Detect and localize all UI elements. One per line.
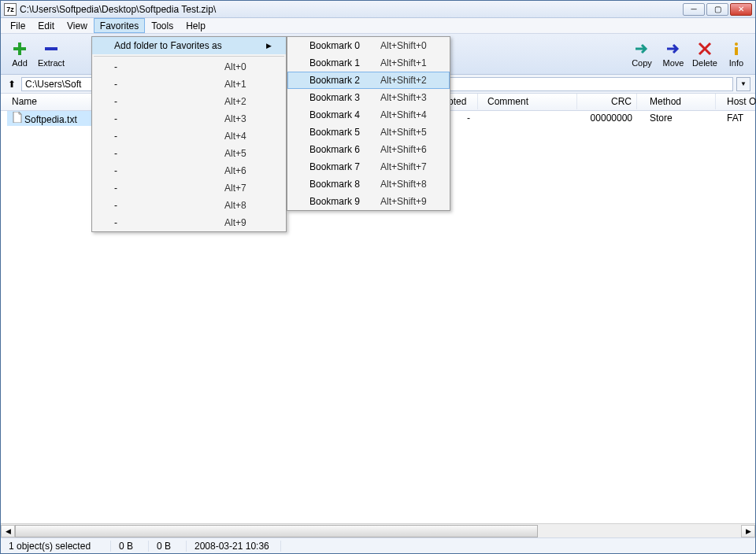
- svg-rect-1: [13, 47, 26, 50]
- info-button[interactable]: Info: [721, 36, 752, 72]
- menu-help[interactable]: Help: [180, 18, 212, 33]
- column-header[interactable]: Host O: [722, 94, 756, 109]
- window-title: C:\Users\Softpedia\Desktop\Softpedia Tes…: [20, 4, 683, 15]
- bookmark-item[interactable]: Bookmark 3Alt+Shift+3: [287, 89, 450, 106]
- copy-icon: [634, 41, 650, 57]
- favorite-slot[interactable]: -Alt+1: [92, 76, 286, 93]
- menu-edit[interactable]: Edit: [32, 18, 61, 33]
- app-icon: 7z: [4, 3, 17, 16]
- bookmark-item[interactable]: Bookmark 8Alt+Shift+8: [287, 175, 450, 193]
- column-header[interactable]: Name: [7, 94, 95, 109]
- statusbar: 1 object(s) selected 0 B 0 B 2008-03-21 …: [1, 537, 755, 553]
- maximize-button[interactable]: ▢: [706, 3, 728, 16]
- favorite-slot[interactable]: -Alt+3: [92, 110, 286, 127]
- address-dropdown-button[interactable]: ▼: [736, 77, 750, 91]
- submenu-arrow-icon: ▶: [266, 42, 272, 50]
- favorites-menu[interactable]: Add folder to Favorites as ▶ -Alt+0-Alt+…: [91, 36, 287, 232]
- bookmark-item[interactable]: Bookmark 4Alt+Shift+4: [287, 106, 450, 124]
- favorite-slot[interactable]: -Alt+8: [92, 197, 286, 214]
- svg-rect-4: [735, 47, 738, 55]
- add-icon: [12, 41, 28, 57]
- copy-button[interactable]: Copy: [626, 36, 658, 72]
- menu-separator: [94, 56, 284, 57]
- column-header[interactable]: CRC: [584, 94, 637, 109]
- delete-button[interactable]: Delete: [689, 36, 721, 72]
- column-header[interactable]: Comment: [483, 94, 577, 109]
- menu-favorites[interactable]: Favorites: [94, 18, 145, 33]
- bookmark-item[interactable]: Bookmark 7Alt+Shift+7: [287, 158, 450, 175]
- bookmark-item[interactable]: Bookmark 6Alt+Shift+6: [287, 141, 450, 158]
- add-button[interactable]: Add: [4, 36, 35, 72]
- status-size2: 0 B: [149, 541, 187, 552]
- delete-icon: [697, 41, 713, 57]
- bookmark-submenu[interactable]: Bookmark 0Alt+Shift+0Bookmark 1Alt+Shift…: [287, 36, 450, 211]
- menu-file[interactable]: File: [4, 18, 32, 33]
- svg-point-3: [735, 42, 738, 46]
- status-selected: 1 object(s) selected: [1, 541, 111, 552]
- favorite-slot[interactable]: -Alt+2: [92, 93, 286, 110]
- scroll-right-button[interactable]: ▶: [741, 525, 755, 537]
- minimize-button[interactable]: ─: [683, 3, 705, 16]
- favorite-slot[interactable]: -Alt+5: [92, 145, 286, 162]
- horizontal-scrollbar[interactable]: ◀ ▶: [1, 523, 755, 537]
- favorite-slot[interactable]: -Alt+9: [92, 214, 286, 231]
- bookmark-item[interactable]: Bookmark 0Alt+Shift+0: [287, 37, 450, 54]
- close-button[interactable]: ✕: [730, 3, 752, 16]
- add-folder-submenu[interactable]: Add folder to Favorites as ▶: [92, 37, 286, 54]
- titlebar: 7z C:\Users\Softpedia\Desktop\Softpedia …: [1, 1, 755, 18]
- scroll-thumb[interactable]: [15, 525, 538, 537]
- folder-up-icon[interactable]: ⬆: [6, 78, 18, 90]
- bookmark-item[interactable]: Bookmark 2Alt+Shift+2: [287, 72, 450, 89]
- scroll-left-button[interactable]: ◀: [1, 525, 15, 537]
- extract-icon: [43, 41, 59, 57]
- menubar: FileEditViewFavoritesToolsHelp: [1, 18, 755, 34]
- status-date: 2008-03-21 10:36: [187, 541, 281, 552]
- move-icon: [665, 41, 681, 57]
- bookmark-item[interactable]: Bookmark 9Alt+Shift+9: [287, 193, 450, 210]
- status-size1: 0 B: [111, 541, 149, 552]
- scroll-track[interactable]: [15, 525, 741, 537]
- favorite-slot[interactable]: -Alt+7: [92, 179, 286, 197]
- move-button[interactable]: Move: [658, 36, 689, 72]
- menu-view[interactable]: View: [61, 18, 94, 33]
- favorite-slot[interactable]: -Alt+0: [92, 58, 286, 76]
- column-header[interactable]: Method: [645, 94, 716, 109]
- extract-button[interactable]: Extract: [35, 36, 67, 72]
- favorite-slot[interactable]: -Alt+4: [92, 127, 286, 145]
- bookmark-item[interactable]: Bookmark 5Alt+Shift+5: [287, 124, 450, 141]
- file-icon: [12, 112, 23, 123]
- menu-tools[interactable]: Tools: [145, 18, 180, 33]
- bookmark-item[interactable]: Bookmark 1Alt+Shift+1: [287, 54, 450, 72]
- svg-rect-2: [45, 47, 57, 50]
- info-icon: [728, 41, 744, 57]
- favorite-slot[interactable]: -Alt+6: [92, 162, 286, 179]
